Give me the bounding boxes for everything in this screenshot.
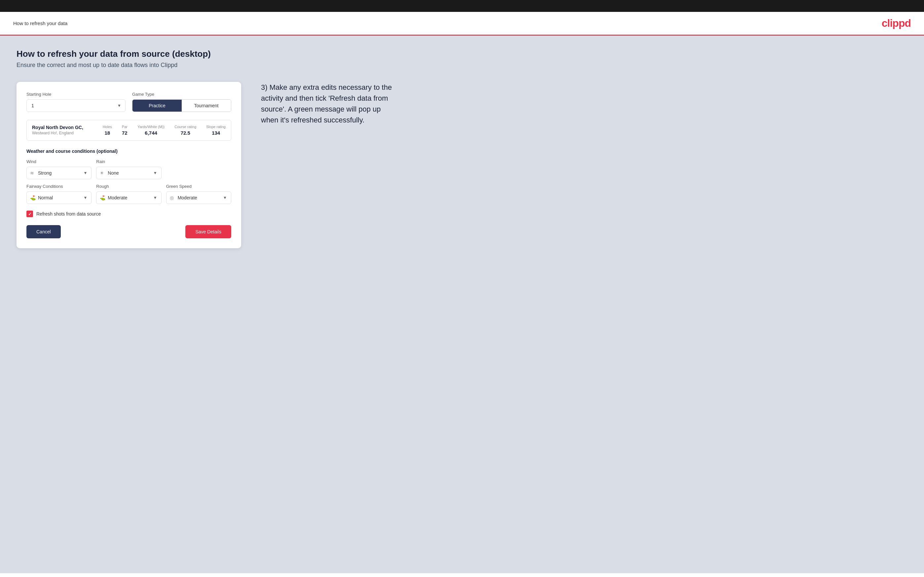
yards-label: Yards/White (M))	[137, 125, 165, 129]
fairway-col: Fairway Conditions ⛳ Normal ▼	[26, 184, 92, 204]
button-row: Cancel Save Details	[26, 225, 231, 239]
rough-col: Rough ⛳ Moderate ▼	[96, 184, 161, 204]
rough-select-wrapper[interactable]: ⛳ Moderate ▼	[96, 192, 161, 204]
course-name-location: Royal North Devon GC, Westward Ho!, Engl…	[32, 125, 83, 135]
header-title: How to refresh your data	[13, 21, 68, 26]
top-bar	[0, 0, 924, 12]
course-rating-stat: Course rating 72.5	[174, 125, 196, 136]
slope-rating-label: Slope rating	[206, 125, 226, 129]
holes-value: 18	[103, 130, 112, 136]
yards-value: 6,744	[137, 130, 165, 136]
wind-icon: ≋	[30, 170, 34, 176]
side-text: 3) Make any extra edits necessary to the…	[261, 82, 400, 126]
side-text-content: 3) Make any extra edits necessary to the…	[261, 82, 400, 126]
slope-rating-value: 134	[206, 130, 226, 136]
rough-select[interactable]: Moderate	[97, 192, 161, 204]
main-content: How to refresh your data from source (de…	[0, 35, 924, 573]
wind-col: Wind ≋ Strong ▼	[26, 159, 92, 179]
starting-hole-game-type-row: Starting Hole 1 ▼ Game Type Practice Tou…	[26, 92, 231, 112]
slope-rating-stat: Slope rating 134	[206, 125, 226, 136]
course-name: Royal North Devon GC,	[32, 125, 83, 130]
game-type-col: Game Type Practice Tournament	[132, 92, 231, 112]
rain-col: Rain ☀ None ▼	[96, 159, 161, 179]
conditions-title: Weather and course conditions (optional)	[26, 148, 231, 154]
save-details-button[interactable]: Save Details	[185, 225, 231, 239]
practice-button[interactable]: Practice	[132, 100, 182, 111]
page-subtitle: Ensure the correct and most up to date d…	[16, 62, 908, 69]
par-value: 72	[122, 130, 128, 136]
rain-select-wrapper[interactable]: ☀ None ▼	[96, 167, 161, 179]
holes-label: Holes	[103, 125, 112, 129]
rain-label: Rain	[96, 159, 161, 164]
footer: Copyright Clippd 2022	[0, 573, 924, 577]
holes-stat: Holes 18	[103, 125, 112, 136]
wind-rain-row: Wind ≋ Strong ▼ Rain ☀	[26, 159, 231, 179]
course-rating-label: Course rating	[174, 125, 196, 129]
rain-icon: ☀	[100, 170, 104, 176]
course-rating-value: 72.5	[174, 130, 196, 136]
green-speed-select[interactable]: Moderate	[166, 192, 231, 204]
par-stat: Par 72	[122, 125, 128, 136]
yards-stat: Yards/White (M)) 6,744	[137, 125, 165, 136]
starting-hole-select[interactable]: 1	[27, 100, 125, 111]
fairway-icon: ⛳	[30, 195, 36, 200]
wind-select[interactable]: Strong	[27, 167, 91, 179]
green-speed-icon: ◎	[170, 195, 174, 200]
header: How to refresh your data clippd	[0, 12, 924, 35]
fairway-select[interactable]: Normal	[27, 192, 91, 204]
game-type-buttons: Practice Tournament	[132, 99, 231, 112]
spacer-col	[166, 159, 231, 179]
fairway-rough-green-row: Fairway Conditions ⛳ Normal ▼ Rough ⛳	[26, 184, 231, 204]
fairway-label: Fairway Conditions	[26, 184, 92, 189]
refresh-checkbox[interactable]	[26, 211, 33, 217]
refresh-checkbox-row: Refresh shots from data source	[26, 211, 231, 217]
fairway-select-wrapper[interactable]: ⛳ Normal ▼	[26, 192, 92, 204]
cancel-button[interactable]: Cancel	[26, 225, 61, 239]
green-speed-select-wrapper[interactable]: ◎ Moderate ▼	[166, 192, 231, 204]
page-title: How to refresh your data from source (de…	[16, 49, 908, 59]
game-type-label: Game Type	[132, 92, 231, 97]
rain-select[interactable]: None	[97, 167, 161, 179]
course-info-box: Royal North Devon GC, Westward Ho!, Engl…	[26, 120, 231, 140]
green-speed-col: Green Speed ◎ Moderate ▼	[166, 184, 231, 204]
rough-icon: ⛳	[100, 195, 105, 200]
refresh-checkbox-label: Refresh shots from data source	[36, 211, 101, 216]
starting-hole-col: Starting Hole 1 ▼	[26, 92, 126, 112]
content-row: Starting Hole 1 ▼ Game Type Practice Tou…	[16, 82, 908, 248]
green-speed-label: Green Speed	[166, 184, 231, 189]
logo: clippd	[882, 17, 911, 29]
course-location: Westward Ho!, England	[32, 131, 83, 135]
course-info-header: Royal North Devon GC, Westward Ho!, Engl…	[32, 125, 226, 136]
par-label: Par	[122, 125, 128, 129]
form-panel: Starting Hole 1 ▼ Game Type Practice Tou…	[16, 82, 241, 248]
starting-hole-label: Starting Hole	[26, 92, 126, 97]
starting-hole-select-wrapper[interactable]: 1 ▼	[26, 99, 126, 112]
wind-label: Wind	[26, 159, 92, 164]
tournament-button[interactable]: Tournament	[182, 100, 231, 111]
conditions-section: Weather and course conditions (optional)…	[26, 148, 231, 204]
rough-label: Rough	[96, 184, 161, 189]
wind-select-wrapper[interactable]: ≋ Strong ▼	[26, 167, 92, 179]
course-stats: Holes 18 Par 72 Yards/White (M)) 6,744	[103, 125, 226, 136]
